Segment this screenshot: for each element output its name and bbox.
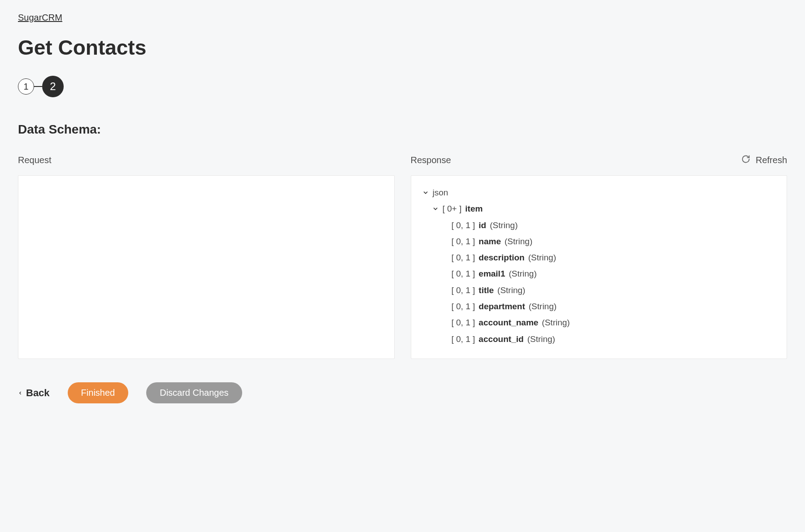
tree-field-row[interactable]: [ 0, 1 ] email1 (String) (442, 266, 776, 282)
field-type: (String) (542, 316, 570, 330)
field-cardinality: [ 0, 1 ] (452, 218, 475, 233)
tree-field-row[interactable]: [ 0, 1 ] id (String) (442, 217, 776, 234)
field-type: (String) (509, 267, 536, 281)
field-type: (String) (505, 234, 532, 249)
chevron-down-icon[interactable] (422, 189, 429, 196)
response-column: Response Refresh (411, 153, 788, 359)
tree-node-item[interactable]: [ 0+ ] item (432, 201, 776, 217)
refresh-icon (741, 155, 750, 166)
field-name: title (479, 283, 494, 298)
request-column: Request (18, 153, 395, 359)
back-label: Back (26, 387, 50, 399)
tree-root-label: json (433, 186, 448, 200)
field-name: name (479, 234, 501, 249)
field-cardinality: [ 0, 1 ] (452, 316, 475, 330)
tree-item-label: item (465, 202, 483, 216)
field-cardinality: [ 0, 1 ] (452, 332, 475, 346)
field-name: email1 (479, 267, 505, 281)
page-title: Get Contacts (18, 35, 787, 60)
field-type: (String) (490, 218, 518, 233)
tree-item-cardinality: [ 0+ ] (443, 202, 462, 216)
field-name: id (479, 218, 486, 233)
chevron-down-icon[interactable] (432, 205, 439, 212)
finished-button[interactable]: Finished (68, 382, 129, 403)
field-cardinality: [ 0, 1 ] (452, 251, 475, 265)
step-2[interactable]: 2 (42, 76, 64, 97)
step-connector (34, 86, 42, 87)
field-cardinality: [ 0, 1 ] (452, 234, 475, 249)
tree-field-row[interactable]: [ 0, 1 ] department (String) (442, 298, 776, 315)
tree-field-row[interactable]: [ 0, 1 ] name (String) (442, 234, 776, 250)
footer: Back Finished Discard Changes (18, 382, 787, 403)
field-type: (String) (527, 332, 555, 346)
step-1[interactable]: 1 (18, 78, 34, 95)
stepper: 1 2 (18, 76, 787, 97)
field-name: account_name (479, 316, 538, 330)
field-cardinality: [ 0, 1 ] (452, 267, 475, 281)
tree-node-json[interactable]: json (422, 185, 776, 201)
tree-field-row[interactable]: [ 0, 1 ] description (String) (442, 250, 776, 266)
refresh-label: Refresh (756, 155, 787, 165)
response-label: Response (411, 155, 451, 165)
breadcrumb-link[interactable]: SugarCRM (18, 13, 62, 23)
back-button[interactable]: Back (18, 387, 50, 399)
tree-field-row[interactable]: [ 0, 1 ] title (String) (442, 282, 776, 298)
request-panel (18, 175, 395, 359)
tree-field-row[interactable]: [ 0, 1 ] account_name (String) (442, 315, 776, 331)
chevron-left-icon (18, 387, 22, 399)
field-cardinality: [ 0, 1 ] (452, 299, 475, 314)
field-name: department (479, 299, 525, 314)
response-panel: json [ 0+ ] item [ 0, 1 ] id (String)[ 0… (411, 175, 788, 359)
field-cardinality: [ 0, 1 ] (452, 283, 475, 298)
field-type: (String) (528, 251, 556, 265)
field-type: (String) (497, 283, 525, 298)
tree-field-row[interactable]: [ 0, 1 ] account_id (String) (442, 331, 776, 347)
request-label: Request (18, 155, 52, 165)
section-title: Data Schema: (18, 122, 787, 137)
discard-button[interactable]: Discard Changes (146, 382, 242, 403)
field-name: account_id (479, 332, 523, 346)
field-name: description (479, 251, 524, 265)
field-type: (String) (529, 299, 557, 314)
refresh-button[interactable]: Refresh (741, 155, 787, 166)
